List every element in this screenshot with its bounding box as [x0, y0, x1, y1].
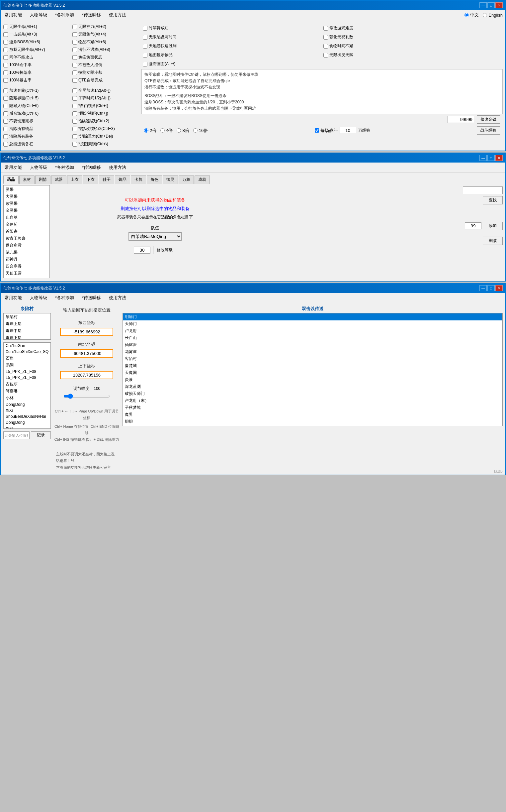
tele-right-item[interactable]: 胆胆 — [123, 418, 502, 425]
npc-item[interactable]: 鹏翎 — [4, 362, 51, 368]
menu-add[interactable]: *各种添加 — [54, 11, 75, 19]
exp-2x-label[interactable]: 2倍 — [144, 128, 156, 134]
tele-left-item[interactable]: 毒瘴中层 — [4, 327, 51, 334]
npc-item[interactable]: XiXi — [4, 407, 51, 413]
chk-4[interactable] — [3, 55, 8, 60]
chk-14[interactable] — [3, 134, 8, 139]
menu3-add[interactable]: *各种添加 — [54, 294, 75, 301]
menu-level[interactable]: 人物等级 — [28, 11, 49, 19]
close-button3[interactable]: ✕ — [495, 285, 503, 291]
tele-right-item[interactable]: 长白山 — [123, 334, 502, 341]
chk-9[interactable] — [3, 96, 8, 101]
chk-r7[interactable] — [323, 53, 328, 58]
menu2-help[interactable]: 使用方法 — [107, 164, 128, 171]
chk-c2-8[interactable] — [72, 88, 77, 93]
tele-right-item[interactable]: 卢龙府 — [123, 327, 502, 334]
exp-8x-radio[interactable] — [177, 128, 181, 133]
list-item[interactable]: 紫灵果 — [4, 200, 49, 207]
npc-item[interactable]: CuZhuGan — [4, 343, 51, 349]
menu-teleport[interactable]: *传送瞬移 — [81, 11, 102, 19]
maximize-button2[interactable]: □ — [487, 155, 495, 161]
chk-c2-11[interactable] — [72, 111, 77, 116]
npc-item[interactable]: 芒焦 — [4, 355, 51, 362]
menu2-common[interactable]: 常用功能 — [3, 164, 23, 171]
chk-c2-5[interactable] — [72, 63, 77, 67]
npc-item[interactable]: XunZhaoShiXinCao_SQ — [4, 349, 51, 355]
chk-c2-0[interactable] — [72, 24, 77, 29]
delete-button[interactable]: 删减 — [483, 236, 503, 245]
right-location-list[interactable]: 明庙门 天师门 卢龙府 长白山 仙露派 花雾崖 客陌村 廉楚城 天魔国 炎液 深… — [122, 313, 503, 426]
minimize-button3[interactable]: — — [480, 285, 487, 291]
npc-item[interactable]: 古佐尔 — [4, 381, 51, 388]
exp-button[interactable]: 战斗经验 — [477, 126, 500, 135]
list-item[interactable]: 金灵果 — [4, 207, 49, 214]
search-input[interactable] — [463, 187, 503, 194]
tab-medicine[interactable]: 药品 — [3, 176, 19, 184]
tab-shoes[interactable]: 鞋子 — [99, 176, 114, 184]
menu-common[interactable]: 常用功能 — [3, 11, 23, 19]
minimize-button2[interactable]: — — [480, 155, 487, 161]
tele-right-item[interactable]: 明庙门 — [123, 314, 502, 321]
menu3-help[interactable]: 使用方法 — [107, 294, 128, 301]
chk-r0[interactable] — [143, 26, 148, 30]
npc-item[interactable]: DongDong — [4, 419, 51, 425]
npc-item[interactable]: L5_PPK_ZL_F08 — [4, 375, 51, 381]
level-input[interactable] — [134, 247, 150, 254]
list-item[interactable]: 首阳参 — [4, 228, 49, 235]
chk-c2-1[interactable] — [72, 32, 77, 37]
y-coord-input[interactable] — [60, 349, 113, 358]
tele-right-item[interactable]: 炎液 — [123, 376, 502, 383]
list-item[interactable]: 还神丹 — [4, 256, 49, 263]
tab-top[interactable]: 上衣 — [67, 176, 82, 184]
close-button[interactable]: ✕ — [495, 2, 503, 8]
maximize-button3[interactable]: □ — [487, 285, 495, 291]
exp-battle-checkbox[interactable] — [315, 128, 319, 133]
menu2-teleport[interactable]: *传送瞬移 — [81, 164, 102, 171]
maximize-button[interactable]: □ — [487, 2, 495, 8]
list-item[interactable]: 大灵果 — [4, 193, 49, 200]
tele-right-item[interactable]: 魔界 — [123, 411, 502, 418]
menu-help[interactable]: 使用方法 — [107, 11, 128, 19]
chk-c2-15[interactable] — [72, 142, 77, 147]
menu3-teleport[interactable]: *传送瞬移 — [81, 294, 102, 301]
npc-item[interactable]: L5_PPK_ZL_F08 — [4, 368, 51, 375]
tab-bottom[interactable]: 下衣 — [83, 176, 98, 184]
list-item[interactable]: 返命愈雲 — [4, 242, 49, 249]
tele-right-item[interactable]: 天魔国 — [123, 369, 502, 376]
add-button[interactable]: 添加 — [483, 222, 503, 230]
tab-material[interactable]: 素材 — [19, 176, 34, 184]
team-select[interactable]: 白茉晴BaiMoQing — [129, 232, 182, 241]
list-item[interactable]: 灵果 — [4, 186, 49, 193]
chk-r2[interactable] — [143, 35, 148, 40]
chk-r3[interactable] — [323, 35, 328, 40]
chk-c2-12[interactable] — [72, 119, 77, 124]
chk-c2-9[interactable] — [72, 96, 77, 101]
menu3-level[interactable]: 人物等级 — [28, 294, 49, 301]
chk-r8[interactable] — [143, 62, 148, 66]
chk-r4[interactable] — [143, 44, 148, 49]
tab-character[interactable]: 角色 — [147, 176, 162, 184]
chk-r6[interactable] — [143, 53, 148, 58]
chk-8[interactable] — [3, 88, 8, 93]
chk-10[interactable] — [3, 104, 8, 108]
chk-c2-6[interactable] — [72, 70, 77, 75]
tele-right-item[interactable]: 花雾崖 — [123, 348, 502, 355]
tele-right-item[interactable]: 深龙蓝渊 — [123, 383, 502, 390]
menu3-common[interactable]: 常用功能 — [3, 294, 23, 301]
tele-right-item[interactable]: 卢龙府（末） — [123, 397, 502, 404]
adjust-slider[interactable] — [63, 394, 110, 399]
list-item[interactable]: 天仙玉露 — [4, 270, 49, 277]
exp-2x-radio[interactable] — [144, 128, 148, 133]
item-list[interactable]: 灵果 大灵果 紫灵果 金灵果 止血草 金创药 首阳参 紫青玉蓉膏 返命愈雲 鼠儿… — [3, 185, 50, 278]
tab-weapon[interactable]: 武器 — [51, 176, 66, 184]
x-coord-input[interactable] — [60, 328, 113, 336]
chk-2[interactable] — [3, 40, 8, 45]
chinese-radio-label[interactable]: 中文 — [465, 12, 479, 18]
z-coord-input[interactable] — [60, 371, 113, 379]
chk-c2-3[interactable] — [72, 48, 77, 52]
tele-right-item[interactable]: 仙露派 — [123, 341, 502, 348]
modify-level-button[interactable]: 修改等级 — [153, 246, 176, 254]
chinese-radio[interactable] — [465, 13, 469, 17]
npc-item[interactable]: DongDong — [4, 402, 51, 407]
chk-c2-13[interactable] — [72, 127, 77, 131]
